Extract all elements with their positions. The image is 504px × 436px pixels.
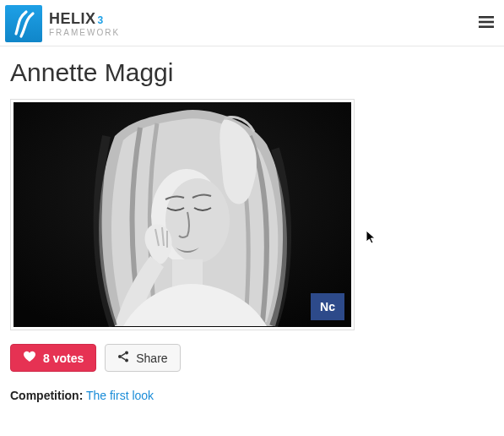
- svg-line-12: [122, 357, 126, 360]
- svg-point-6: [165, 178, 230, 263]
- heart-icon: [23, 351, 36, 365]
- menu-icon[interactable]: [479, 15, 494, 32]
- svg-point-10: [125, 359, 128, 362]
- svg-rect-2: [479, 25, 494, 28]
- brand-text: HELIX 3 FRAMEWORK: [49, 11, 120, 37]
- entry-photo[interactable]: Nc: [14, 102, 351, 327]
- page-title: Annette Maggi: [10, 58, 494, 87]
- svg-point-8: [125, 352, 128, 355]
- brand-version: 3: [98, 15, 104, 25]
- actions-row: 8 votes Share: [10, 344, 494, 372]
- cursor-icon: [366, 230, 377, 248]
- svg-rect-0: [479, 16, 494, 19]
- competition-label: Competition:: [10, 389, 83, 402]
- meta-row: Competition: The first look: [10, 389, 494, 402]
- logo-icon: [5, 5, 42, 42]
- vote-button[interactable]: 8 votes: [10, 344, 96, 372]
- content: Annette Maggi: [0, 46, 504, 419]
- svg-rect-1: [479, 21, 494, 24]
- photo-badge: Nc: [311, 293, 344, 320]
- photo-frame: Nc: [10, 99, 355, 330]
- brand-name: HELIX: [49, 11, 96, 26]
- brand[interactable]: HELIX 3 FRAMEWORK: [5, 5, 120, 42]
- share-label: Share: [136, 352, 167, 365]
- share-button[interactable]: Share: [105, 344, 180, 372]
- header: HELIX 3 FRAMEWORK: [0, 0, 504, 46]
- competition-link[interactable]: The first look: [86, 389, 154, 402]
- svg-point-9: [118, 355, 122, 358]
- vote-count-label: 8 votes: [43, 352, 84, 365]
- share-icon: [117, 351, 129, 365]
- svg-line-11: [122, 353, 126, 356]
- brand-tagline: FRAMEWORK: [49, 29, 120, 37]
